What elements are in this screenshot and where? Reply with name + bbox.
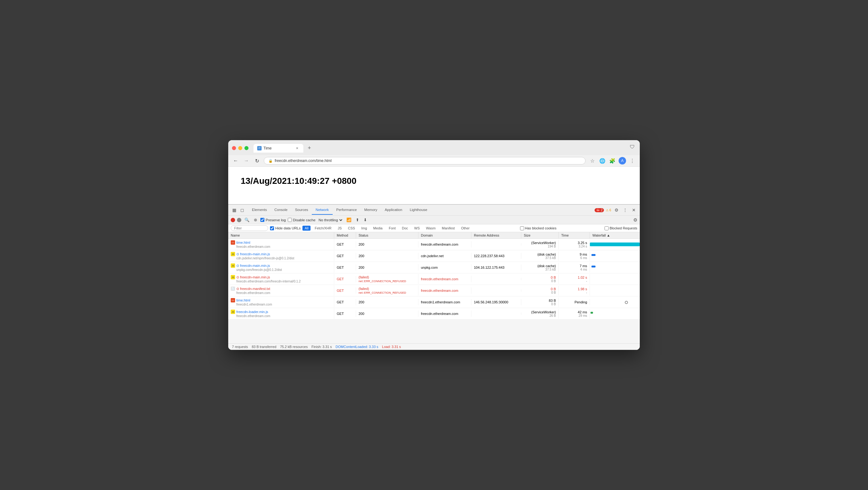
table-row[interactable]: JS ⊙ freecdn-main.min.js cdn.jsdelivr.ne…	[228, 250, 640, 262]
blocked-requests-checkbox[interactable]: Blocked Requests	[604, 226, 637, 230]
file-icon: <>	[231, 240, 235, 245]
throttle-select[interactable]: No throttling Fast 3G Slow 3G	[317, 218, 343, 222]
upload-icon[interactable]: ⬆	[354, 217, 361, 223]
domain: freecdn.etherdream.com	[418, 276, 471, 282]
dom-content-loaded[interactable]: DOMContentLoaded: 3.33 s	[336, 345, 378, 349]
method: GET	[337, 277, 344, 281]
status: 200	[356, 264, 418, 270]
tab-sources[interactable]: Sources	[291, 205, 312, 215]
col-waterfall[interactable]: Waterfall ▲	[590, 232, 640, 238]
table-row[interactable]: 📄 ⊙ freecdn-manifest.txt freecdn.etherdr…	[228, 285, 640, 296]
preserve-log-checkbox[interactable]: Preserve log	[260, 218, 286, 222]
filter-type-wasm[interactable]: Wasm	[424, 226, 438, 231]
table-row[interactable]: JS freecdn-loader.min.js freecdn.etherdr…	[228, 308, 640, 320]
hide-data-urls-checkbox[interactable]: Hide data URLs	[270, 226, 301, 230]
url-text: freecdn.etherdream.com/time.html	[275, 158, 332, 163]
download-icon[interactable]: ⬇	[362, 217, 368, 223]
address-field[interactable]: 🔒 freecdn.etherdream.com/time.html	[264, 157, 586, 165]
col-method[interactable]: Method	[334, 232, 356, 238]
filter-type-media[interactable]: Media	[371, 226, 385, 231]
filter-icon[interactable]: 🔍	[243, 217, 251, 223]
hide-data-urls-input[interactable]	[270, 226, 274, 230]
tab-memory[interactable]: Memory	[361, 205, 381, 215]
network-settings-icon[interactable]: ⚙	[633, 217, 637, 223]
transferred-size: 83 B transferred	[252, 345, 276, 349]
table-body: <> time.html freecdn.etherdream.com GET2…	[228, 239, 640, 320]
filter-type-fetch[interactable]: Fetch/XHR	[312, 226, 334, 231]
table-row[interactable]: <> time.html freecdn.etherdream.com GET2…	[228, 239, 640, 250]
filter-type-ws[interactable]: WS	[412, 226, 422, 231]
star-icon[interactable]: ☆	[589, 157, 596, 165]
size: (disk cache)37.5 kB	[521, 263, 559, 272]
size: 83 B0 B	[521, 297, 559, 307]
minimize-button[interactable]	[238, 146, 242, 150]
device-icon[interactable]: ◻	[239, 207, 246, 213]
table-row[interactable]: JS ⊙ freecdn-main.min.js freecdn.etherdr…	[228, 273, 640, 285]
filter-type-font[interactable]: Font	[386, 226, 398, 231]
disable-cache-input[interactable]	[288, 218, 292, 222]
tab-title: Time	[264, 146, 272, 150]
filter-type-img[interactable]: Img	[359, 226, 369, 231]
tab-application[interactable]: Application	[381, 205, 406, 215]
has-blocked-cookies-checkbox[interactable]: Has blocked cookies	[520, 226, 557, 230]
file-domain: freecdn.etherdream.com	[236, 245, 270, 249]
file-icon: JS	[231, 252, 235, 256]
filter-type-css[interactable]: CSS	[346, 226, 357, 231]
back-button[interactable]: ←	[232, 157, 240, 165]
inspect-icon[interactable]: ▦	[231, 207, 238, 213]
file-icon: JS	[231, 310, 235, 314]
active-tab[interactable]: ⏱ Time ×	[253, 144, 303, 153]
file-icon: 📄	[231, 287, 235, 291]
size: (ServiceWorker)26 B	[521, 309, 559, 319]
size: 0 B0 B	[521, 286, 559, 295]
request-count: 7 requests	[232, 345, 248, 349]
file-domain: freecdn1.etherdream.com	[236, 303, 272, 306]
preserve-log-input[interactable]	[260, 218, 265, 222]
filter-row: Hide data URLs All Fetch/XHR JS CSS Img …	[228, 224, 640, 232]
earth-icon[interactable]: 🌐	[599, 157, 606, 165]
maximize-button[interactable]	[244, 146, 248, 150]
time: Pending	[559, 299, 590, 305]
tab-elements[interactable]: Elements	[248, 205, 271, 215]
forward-button[interactable]: →	[243, 157, 250, 165]
table-row[interactable]: JS ⊙ freecdn-main.min.js unpkg.com/freec…	[228, 262, 640, 273]
settings-icon[interactable]: ⚙	[613, 207, 620, 213]
record-button[interactable]	[231, 218, 235, 222]
finish-time: Finish: 3.31 s	[311, 345, 332, 349]
tab-close-button[interactable]: ×	[294, 146, 300, 151]
disable-cache-checkbox[interactable]: Disable cache	[288, 218, 315, 222]
load-time[interactable]: Load: 3.31 s	[382, 345, 401, 349]
puzzle-icon[interactable]: 🧩	[609, 157, 616, 165]
close-button[interactable]	[232, 146, 236, 150]
refresh-button[interactable]: ↻	[253, 157, 261, 165]
col-status[interactable]: Status	[356, 232, 418, 238]
filter-type-manifest[interactable]: Manifest	[440, 226, 457, 231]
table-row[interactable]: <> time.html freecdn1.etherdream.com GET…	[228, 296, 640, 308]
tab-lighthouse[interactable]: Lighthouse	[406, 205, 431, 215]
file-domain: unpkg.com/freecdn-js@0.1.2/dist	[236, 268, 282, 271]
domain: freecdn.etherdream.com	[418, 311, 471, 317]
method: GET	[334, 311, 356, 317]
wifi-icon[interactable]: 📶	[345, 217, 352, 223]
filter-type-other[interactable]: Other	[459, 226, 472, 231]
tab-console[interactable]: Console	[271, 205, 291, 215]
filter-input[interactable]	[231, 225, 268, 231]
col-domain[interactable]: Domain	[418, 232, 471, 238]
profile-icon[interactable]: A	[619, 157, 626, 165]
filter-type-all[interactable]: All	[303, 226, 311, 231]
col-size[interactable]: Size	[521, 232, 559, 238]
funnel-icon[interactable]: ⊗	[252, 217, 258, 223]
file-domain: freecdn.etherdream.com	[236, 291, 270, 295]
col-time[interactable]: Time	[559, 232, 590, 238]
menu-icon[interactable]: ⋮	[628, 157, 636, 165]
filter-type-js[interactable]: JS	[336, 226, 344, 231]
stop-button[interactable]	[237, 218, 241, 222]
col-name[interactable]: Name	[228, 232, 334, 238]
tab-performance[interactable]: Performance	[333, 205, 361, 215]
tab-network[interactable]: Network	[312, 205, 332, 215]
new-tab-button[interactable]: +	[306, 144, 313, 153]
col-remote[interactable]: Remote Address	[471, 232, 521, 238]
filter-type-doc[interactable]: Doc	[400, 226, 410, 231]
more-icon[interactable]: ⋮	[622, 207, 628, 213]
close-devtools-icon[interactable]: ✕	[630, 207, 637, 213]
